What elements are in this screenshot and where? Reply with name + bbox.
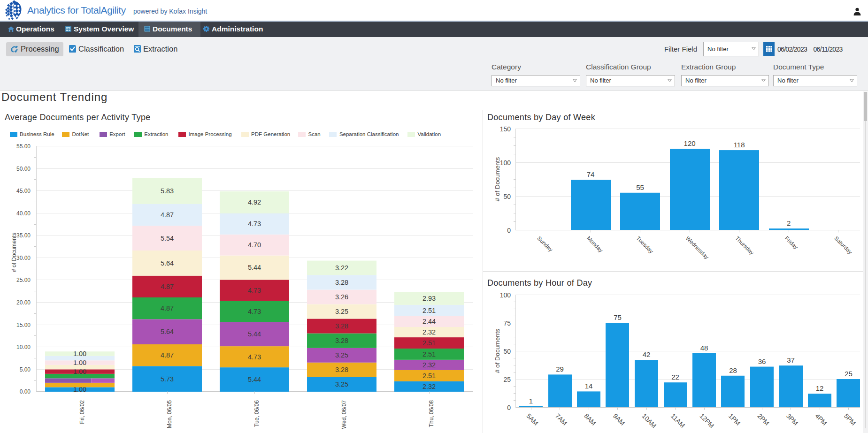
svg-text:4.92: 4.92	[248, 198, 261, 206]
svg-text:37: 37	[787, 356, 795, 364]
svg-text:# of Documents: # of Documents	[494, 328, 501, 373]
svg-text:118: 118	[734, 141, 745, 149]
svg-text:Tue, 06/06: Tue, 06/06	[253, 400, 260, 427]
svg-text:4PM: 4PM	[814, 412, 829, 427]
svg-text:5.64: 5.64	[161, 328, 174, 335]
svg-text:# of Documents: # of Documents	[11, 233, 17, 272]
svg-text:4.87: 4.87	[161, 351, 174, 359]
svg-text:4.73: 4.73	[248, 287, 261, 294]
svg-text:3.25: 3.25	[335, 308, 348, 315]
svg-text:3.28: 3.28	[335, 366, 348, 373]
svg-text:42: 42	[643, 350, 651, 358]
svg-text:100: 100	[500, 159, 511, 167]
svg-text:3.22: 3.22	[335, 264, 348, 272]
svg-text:4.73: 4.73	[248, 308, 261, 315]
svg-text:55: 55	[636, 183, 644, 191]
svg-text:0.00: 0.00	[20, 388, 31, 395]
svg-text:Mon, 06/05: Mon, 06/05	[166, 400, 173, 428]
svg-text:10AM: 10AM	[640, 412, 658, 429]
svg-text:5PM: 5PM	[843, 412, 858, 427]
svg-text:5.44: 5.44	[248, 264, 261, 271]
svg-text:1: 1	[529, 397, 533, 405]
svg-text:4.87: 4.87	[161, 304, 174, 312]
svg-text:2.51: 2.51	[422, 307, 436, 314]
svg-text:Fri, 06/02: Fri, 06/02	[79, 400, 85, 424]
svg-text:25.00: 25.00	[16, 277, 31, 283]
svg-text:45.00: 45.00	[16, 188, 31, 194]
svg-text:74: 74	[587, 170, 595, 178]
svg-text:3.26: 3.26	[335, 293, 348, 301]
svg-text:150: 150	[500, 125, 511, 133]
svg-text:11AM: 11AM	[669, 412, 686, 429]
svg-text:9AM: 9AM	[612, 412, 627, 427]
svg-text:4.70: 4.70	[248, 241, 261, 249]
svg-text:12PM: 12PM	[698, 412, 715, 429]
svg-text:5AM: 5AM	[525, 412, 540, 427]
svg-text:4.73: 4.73	[248, 353, 261, 361]
svg-text:Sunday: Sunday	[536, 235, 554, 253]
svg-text:5.83: 5.83	[161, 187, 174, 195]
svg-text:30.00: 30.00	[16, 255, 31, 261]
svg-text:48: 48	[700, 344, 708, 352]
svg-text:20.00: 20.00	[16, 299, 31, 306]
svg-text:75: 75	[614, 313, 622, 321]
svg-text:2: 2	[787, 219, 791, 227]
svg-text:75: 75	[503, 319, 511, 327]
svg-text:Wednesday: Wednesday	[684, 235, 710, 261]
svg-text:3.25: 3.25	[335, 380, 348, 388]
svg-text:7AM: 7AM	[554, 412, 569, 427]
svg-text:2.51: 2.51	[422, 372, 436, 380]
svg-text:Friday: Friday	[784, 235, 799, 251]
svg-text:25: 25	[845, 370, 853, 378]
svg-text:5.73: 5.73	[161, 375, 174, 383]
svg-text:0: 0	[507, 227, 511, 234]
svg-text:# of Documents: # of Documents	[494, 157, 501, 201]
svg-text:2.32: 2.32	[422, 361, 436, 369]
svg-text:3.28: 3.28	[335, 322, 348, 330]
svg-text:100: 100	[500, 291, 511, 299]
svg-text:5.00: 5.00	[20, 366, 31, 373]
svg-text:50: 50	[503, 193, 511, 200]
svg-text:3.25: 3.25	[335, 351, 348, 359]
svg-text:2.51: 2.51	[422, 339, 436, 347]
svg-text:Saturday: Saturday	[833, 235, 853, 256]
svg-text:2PM: 2PM	[756, 412, 771, 427]
svg-text:8AM: 8AM	[583, 412, 598, 427]
svg-text:4.87: 4.87	[161, 211, 174, 219]
svg-text:36: 36	[758, 357, 766, 365]
svg-text:2.32: 2.32	[422, 383, 436, 390]
svg-text:2.51: 2.51	[422, 350, 436, 358]
svg-text:4.87: 4.87	[161, 283, 174, 290]
svg-text:1.00: 1.00	[73, 350, 86, 357]
svg-text:0: 0	[507, 404, 511, 411]
svg-text:5.44: 5.44	[248, 376, 261, 383]
svg-text:15.00: 15.00	[16, 322, 31, 328]
svg-text:14: 14	[585, 382, 593, 390]
svg-text:4.73: 4.73	[248, 220, 261, 228]
svg-text:28: 28	[729, 366, 737, 374]
svg-text:29: 29	[556, 365, 564, 373]
svg-text:5.44: 5.44	[248, 330, 261, 338]
svg-text:Monday: Monday	[585, 235, 604, 254]
svg-text:2.93: 2.93	[422, 295, 436, 302]
svg-text:3.28: 3.28	[335, 279, 348, 286]
svg-text:2.44: 2.44	[422, 318, 436, 325]
svg-text:25: 25	[503, 376, 511, 383]
svg-text:3.28: 3.28	[335, 337, 348, 344]
svg-text:40.00: 40.00	[16, 210, 31, 217]
svg-text:1PM: 1PM	[727, 412, 742, 427]
svg-text:120: 120	[684, 139, 696, 147]
svg-text:12: 12	[816, 384, 824, 392]
svg-text:3PM: 3PM	[785, 412, 800, 427]
svg-text:50: 50	[503, 348, 511, 355]
svg-text:Wed, 06/07: Wed, 06/07	[341, 400, 347, 429]
svg-text:10.00: 10.00	[16, 344, 31, 350]
svg-text:Tuesday: Tuesday	[635, 235, 654, 255]
svg-text:5.54: 5.54	[161, 235, 174, 242]
svg-text:Thu, 06/08: Thu, 06/08	[428, 400, 435, 427]
svg-text:55.00: 55.00	[16, 143, 31, 150]
svg-text:Thursday: Thursday	[734, 235, 755, 256]
svg-text:5.64: 5.64	[161, 259, 174, 267]
svg-text:2.32: 2.32	[422, 328, 436, 336]
svg-text:50.00: 50.00	[16, 166, 31, 172]
